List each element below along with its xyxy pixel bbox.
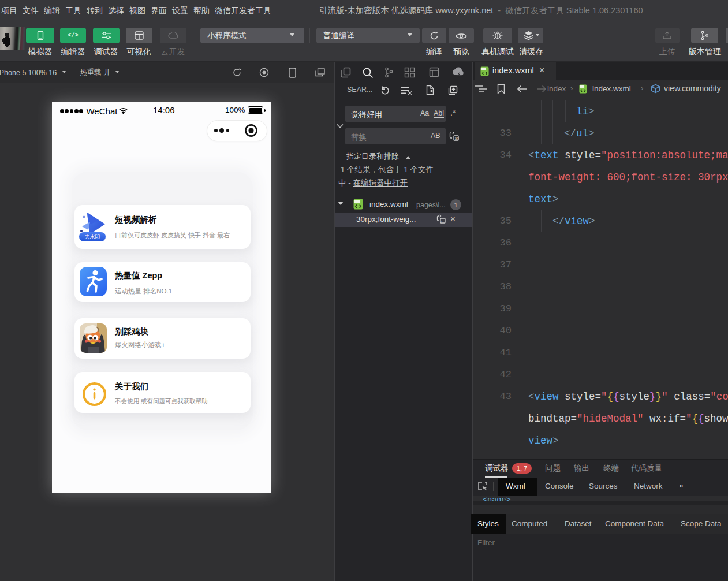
svg-text:ab: ab <box>455 136 460 140</box>
svg-text:c: c <box>442 219 443 223</box>
